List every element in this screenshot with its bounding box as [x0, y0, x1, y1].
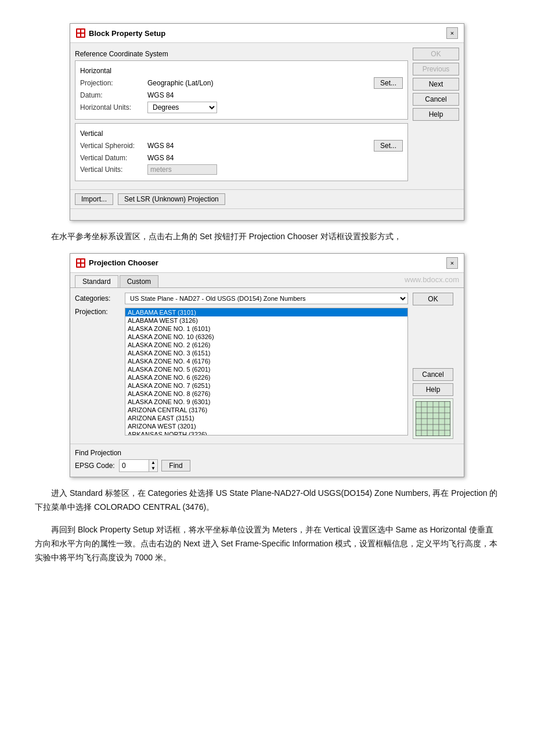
projection-listbox[interactable]: ALABAMA EAST (3101)ALABAMA WEST (3126)AL…	[125, 308, 408, 435]
projection-list-item[interactable]: ALASKA ZONE NO. 8 (6276)	[125, 390, 407, 398]
projection-list-item[interactable]: ALASKA ZONE NO. 5 (6201)	[125, 365, 407, 373]
tab-custom[interactable]: Custom	[120, 275, 158, 287]
svg-rect-9	[81, 264, 84, 267]
categories-row: Categories: US State Plane - NAD27 - Old…	[75, 293, 408, 304]
vertical-units-label: Vertical Units:	[80, 165, 144, 174]
paragraph1: 在水平参考坐标系设置区，点击右上角的 Set 按钮打开 Projection C…	[35, 230, 499, 244]
projection-listbox-row: Projection: ALABAMA EAST (3101)ALABAMA W…	[75, 308, 408, 435]
svg-rect-7	[81, 260, 84, 262]
proj-titlebar-left: Projection Chooser	[76, 258, 158, 268]
projection-thumbnail	[413, 398, 453, 439]
projection-list-item[interactable]: ARKANSAS NORTH (3226)	[125, 430, 407, 435]
projection-list-item[interactable]: ALASKA ZONE NO. 6 (6226)	[125, 373, 407, 381]
horizontal-units-select[interactable]: Degrees Meters	[147, 102, 217, 113]
dialog-bottom-buttons: Import... Set LSR (Unknown) Projection	[70, 189, 464, 208]
find-label: Find Projection	[75, 449, 459, 457]
horizontal-units-label: Horizontal Units:	[80, 103, 144, 111]
projection-list-item[interactable]: ALASKA ZONE NO. 7 (6251)	[125, 381, 407, 390]
vertical-units-disabled: meters	[147, 164, 217, 175]
epsg-spin-down-button[interactable]: ▼	[149, 466, 157, 471]
projection-list-item[interactable]: ALASKA ZONE NO. 1 (6101)	[125, 325, 407, 333]
projection-list-item[interactable]: ALABAMA WEST (3126)	[125, 316, 407, 325]
tab-standard[interactable]: Standard	[75, 275, 118, 287]
dialog-main-content: Reference Coordinate System Horizontal P…	[75, 48, 408, 185]
svg-rect-4	[81, 34, 84, 37]
dialog-sidebar: OK Previous Next Cancel Help	[413, 48, 459, 185]
close-button[interactable]: ×	[446, 27, 458, 39]
categories-label: Categories:	[75, 294, 121, 303]
proj-sidebar: OK Cancel Help	[413, 293, 459, 439]
projection-value: Geographic (Lat/Lon)	[147, 79, 213, 87]
epsg-label: EPSG Code:	[75, 462, 116, 470]
proj-titlebar: Projection Chooser ×	[70, 254, 464, 273]
projection-listbox-label: Projection:	[75, 308, 121, 316]
projection-list-item[interactable]: ARIZONA EAST (3151)	[125, 414, 407, 422]
projection-chooser-dialog: Projection Chooser × Standard Custom www…	[70, 253, 464, 477]
import-button[interactable]: Import...	[75, 193, 113, 205]
projection-list-item[interactable]: ALASKA ZONE NO. 10 (6326)	[125, 333, 407, 341]
vertical-spheroid-set-button[interactable]: Set...	[374, 140, 403, 152]
horizontal-label: Horizontal	[80, 67, 403, 75]
proj-help-button[interactable]: Help	[413, 383, 453, 396]
projection-list-item[interactable]: ALASKA ZONE NO. 2 (6126)	[125, 341, 407, 349]
vertical-units-row: Vertical Units: meters	[80, 164, 403, 175]
find-row: EPSG Code: ▲ ▼ Find	[75, 459, 459, 472]
vertical-label: Vertical	[80, 129, 403, 138]
cancel-button[interactable]: Cancel	[413, 93, 459, 106]
projection-list-item[interactable]: ARIZONA WEST (3201)	[125, 422, 407, 430]
projection-set-button[interactable]: Set...	[374, 77, 403, 89]
horizontal-section: Horizontal Projection: Geographic (Lat/L…	[75, 60, 408, 120]
status-bar	[70, 208, 464, 220]
next-button[interactable]: Next	[413, 78, 459, 91]
svg-rect-2	[81, 30, 84, 33]
proj-close-button[interactable]: ×	[446, 257, 458, 269]
epsg-input[interactable]	[120, 460, 149, 471]
projection-list-item[interactable]: ALABAMA EAST (3101)	[125, 308, 407, 316]
dialog-body: Reference Coordinate System Horizontal P…	[70, 43, 464, 189]
epsg-input-wrap: ▲ ▼	[119, 459, 158, 472]
lsr-button[interactable]: Set LSR (Unknown) Projection	[118, 193, 225, 205]
watermark: www.bdocx.com	[405, 275, 459, 287]
datum-label: Datum:	[80, 91, 144, 99]
proj-app-icon	[76, 258, 85, 268]
thumbnail-svg	[416, 401, 450, 436]
vertical-spheroid-label: Vertical Spheroid:	[80, 142, 144, 150]
paragraph2: 进入 Standard 标签区，在 Categories 处选择 US Stat…	[35, 487, 499, 514]
categories-select[interactable]: US State Plane - NAD27 - Old USGS (DO154…	[125, 293, 408, 304]
epsg-spin-up-button[interactable]: ▲	[149, 460, 157, 466]
help-button[interactable]: Help	[413, 108, 459, 121]
projection-list-item[interactable]: ALASKA ZONE NO. 3 (6151)	[125, 349, 407, 357]
proj-cancel-button[interactable]: Cancel	[413, 368, 453, 381]
proj-main-content: Categories: US State Plane - NAD27 - Old…	[75, 293, 408, 439]
projection-list-item[interactable]: ALASKA ZONE NO. 4 (6176)	[125, 357, 407, 365]
vertical-datum-row: Vertical Datum: WGS 84	[80, 154, 403, 162]
ok-button[interactable]: OK	[413, 48, 459, 60]
previous-button[interactable]: Previous	[413, 63, 459, 75]
vertical-section: Vertical Vertical Spheroid: WGS 84 Set..…	[75, 123, 408, 181]
titlebar-left: Block Property Setup	[76, 28, 165, 38]
dialog-titlebar: Block Property Setup ×	[70, 24, 464, 43]
vertical-spheroid-value: WGS 84	[147, 142, 174, 150]
epsg-spinner: ▲ ▼	[149, 460, 157, 471]
horizontal-units-row: Horizontal Units: Degrees Meters	[80, 102, 403, 113]
app-icon	[76, 28, 85, 38]
projection-row: Projection: Geographic (Lat/Lon) Set...	[80, 77, 403, 89]
vertical-datum-label: Vertical Datum:	[80, 154, 144, 162]
tab-bar: Standard Custom www.bdocx.com	[70, 273, 464, 288]
svg-rect-3	[77, 34, 80, 37]
projection-list-item[interactable]: ARIZONA CENTRAL (3176)	[125, 406, 407, 414]
svg-rect-6	[77, 260, 80, 262]
block-property-setup-dialog: Block Property Setup × Reference Coordin…	[70, 23, 464, 221]
proj-ok-button[interactable]: OK	[413, 293, 453, 305]
find-section: Find Projection EPSG Code: ▲ ▼ Find	[70, 444, 464, 477]
svg-rect-1	[77, 30, 80, 33]
projection-label: Projection:	[80, 79, 144, 87]
find-button[interactable]: Find	[161, 460, 190, 471]
projection-list-item[interactable]: ALASKA ZONE NO. 9 (6301)	[125, 398, 407, 406]
vertical-datum-value: WGS 84	[147, 154, 174, 162]
vertical-spheroid-row: Vertical Spheroid: WGS 84 Set...	[80, 140, 403, 152]
datum-row: Datum: WGS 84	[80, 91, 403, 99]
svg-rect-8	[77, 264, 80, 267]
reference-coordinate-label: Reference Coordinate System	[75, 50, 408, 58]
paragraph3: 再回到 Block Property Setup 对话框，将水平坐标单位设置为 …	[35, 523, 499, 564]
